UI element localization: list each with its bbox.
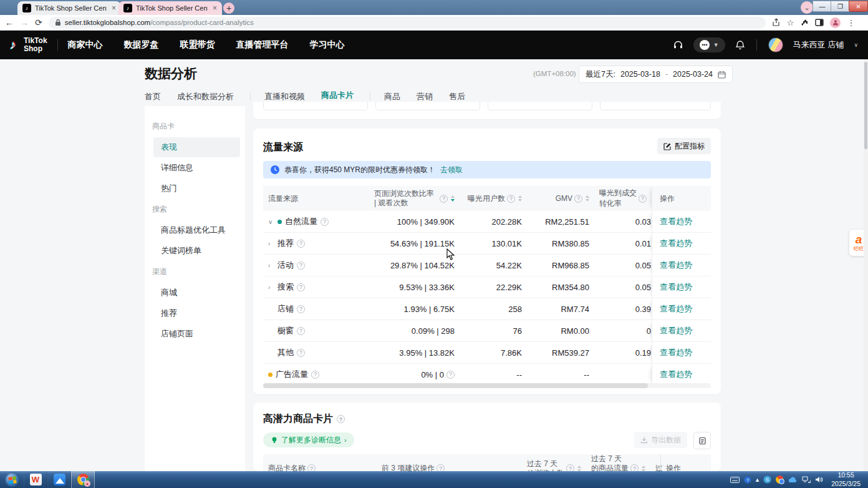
horizontal-scrollbar[interactable] — [263, 383, 711, 388]
column-header-商品卡名称[interactable]: 商品卡名称? — [263, 454, 377, 471]
column-header-GMV[interactable]: GMV? — [527, 186, 594, 211]
help-tray-icon[interactable]: ? — [744, 476, 751, 484]
help-icon[interactable]: ? — [297, 240, 305, 248]
help-icon[interactable]: ? — [297, 305, 305, 313]
column-header-曝光到成交转化率[interactable]: 曝光到成交转化率? — [594, 186, 652, 211]
store-name[interactable]: 马来西亚 店铺 — [793, 39, 844, 51]
sidebar-item-热门[interactable]: 热门 — [153, 178, 240, 198]
store-chevron-icon[interactable]: ∨ — [854, 42, 858, 48]
taskbar-clock[interactable]: 10:55 2025/3/25 — [827, 471, 864, 487]
sort-icon[interactable] — [451, 195, 455, 202]
view-trend-link[interactable]: 查看趋势 — [660, 260, 692, 271]
sort-icon[interactable] — [577, 466, 581, 472]
sidebar-item-详细信息[interactable]: 详细信息 — [153, 158, 240, 178]
forward-icon[interactable]: → — [20, 18, 29, 27]
help-icon[interactable]: ? — [639, 195, 647, 203]
collapse-icon[interactable]: ∨ — [268, 218, 274, 225]
sidebar-item-商城[interactable]: 商城 — [153, 283, 240, 303]
store-avatar[interactable] — [768, 37, 783, 52]
expand-icon[interactable]: › — [268, 240, 274, 247]
network-icon[interactable] — [802, 476, 811, 483]
browser-profile-avatar[interactable] — [830, 17, 841, 28]
sort-icon[interactable] — [642, 466, 645, 472]
help-icon[interactable]: ? — [297, 327, 305, 335]
side-panel-icon[interactable] — [815, 18, 824, 27]
column-header-过去 7 天的商品流量占比[interactable]: 过去 7 天的商品流量占比? — [586, 454, 650, 471]
claim-coupon-link[interactable]: 去领取 — [440, 165, 463, 175]
scrollbar-thumb[interactable] — [263, 383, 648, 388]
browser-tab[interactable]: ♪TikTok Shop Seller Center | Cr× — [17, 1, 121, 15]
scrollbar-thumb[interactable] — [864, 62, 867, 149]
sidebar-item-关键词榜单[interactable]: 关键词榜单 — [153, 241, 240, 261]
metric-box[interactable] — [263, 102, 368, 110]
window-minimize-button[interactable]: — — [813, 1, 832, 12]
metric-box[interactable] — [375, 102, 480, 110]
column-header-操作[interactable]: 操作 — [660, 454, 711, 471]
traffic-source-cell[interactable]: 店铺? — [263, 298, 366, 320]
chrome-tray-icon[interactable] — [776, 476, 784, 484]
site-nav-item[interactable]: 联盟带货 — [180, 39, 215, 51]
view-trend-link[interactable]: 查看趋势 — [660, 238, 692, 249]
cloud-icon[interactable] — [788, 477, 798, 483]
share-icon[interactable] — [772, 18, 781, 27]
metric-box[interactable] — [488, 102, 592, 110]
sidebar-item-表现[interactable]: 表现 — [153, 137, 240, 157]
sort-icon[interactable] — [586, 195, 589, 202]
tray-expand-icon[interactable]: ▴ — [756, 476, 760, 484]
analytics-tab-首页[interactable]: 首页 — [145, 91, 161, 107]
site-nav-item[interactable]: 学习中心 — [310, 39, 345, 51]
help-icon[interactable]: ? — [297, 283, 305, 291]
back-icon[interactable]: ← — [5, 18, 14, 27]
traffic-source-cell[interactable]: 橱窗? — [263, 320, 366, 341]
view-trend-link[interactable]: 查看趋势 — [660, 281, 692, 293]
help-icon[interactable]: ? — [440, 195, 448, 203]
traffic-source-cell[interactable]: ›推荐? — [263, 233, 366, 254]
help-icon[interactable]: ? — [321, 218, 329, 226]
column-header-操作[interactable]: 操作 — [652, 186, 711, 211]
export-data-button[interactable]: 导出数据 — [634, 432, 687, 448]
sort-icon[interactable] — [518, 195, 522, 202]
volume-icon[interactable] — [815, 476, 823, 483]
help-icon[interactable]: ? — [307, 464, 316, 471]
address-bar[interactable]: seller.tiktokglobalshop.com/compass/prod… — [49, 17, 766, 29]
traffic-source-cell[interactable]: 其他? — [263, 342, 366, 363]
column-header-曝光用户数[interactable]: 曝光用户数? — [460, 186, 527, 211]
help-icon[interactable]: ? — [630, 464, 639, 471]
expand-icon[interactable]: › — [268, 262, 274, 269]
tab-search-chevron-icon[interactable]: ⌄ — [801, 1, 813, 14]
traffic-source-cell[interactable]: ∨自然流量? — [263, 211, 366, 232]
browser-menu-icon[interactable]: ⋮ — [847, 18, 855, 27]
traffic-source-cell[interactable]: 广告流量? — [263, 364, 366, 385]
bookmark-star-icon[interactable]: ☆ — [787, 18, 794, 27]
column-header-过[interactable]: 过 — [650, 454, 660, 471]
help-icon[interactable]: ? — [297, 349, 305, 357]
view-trend-link[interactable]: 查看趋势 — [660, 347, 692, 358]
extensions-icon[interactable] — [800, 18, 809, 27]
metric-box[interactable] — [600, 102, 711, 110]
support-headset-icon[interactable] — [673, 40, 683, 51]
help-icon[interactable]: ? — [566, 464, 574, 471]
help-icon[interactable]: ? — [446, 371, 455, 379]
site-nav-item[interactable]: 数据罗盘 — [124, 39, 159, 51]
help-icon[interactable]: ? — [311, 371, 319, 379]
window-maximize-button[interactable]: ❐ — [831, 1, 850, 12]
site-nav-item[interactable]: 商家中心 — [68, 39, 103, 51]
site-nav-item[interactable]: 直播管理平台 — [236, 39, 289, 51]
configure-metrics-button[interactable]: 配置指标 — [657, 138, 711, 154]
taskbar-app-mountain[interactable] — [47, 471, 71, 488]
column-header-页面浏览次数比率 | 观看次数[interactable]: 页面浏览次数比率 | 观看次数? — [366, 186, 460, 211]
expand-icon[interactable]: › — [268, 284, 274, 291]
traffic-source-cell[interactable]: ›搜索? — [263, 276, 366, 298]
taskbar-app-wps[interactable]: W — [24, 471, 47, 488]
column-header-前 3 项建议操作[interactable]: 前 3 项建议操作? — [377, 454, 522, 471]
view-trend-link[interactable]: 查看趋势 — [660, 303, 692, 315]
sidebar-item-推荐[interactable]: 推荐 — [153, 303, 240, 323]
traffic-source-cell[interactable]: ›活动? — [263, 255, 366, 276]
touch-keyboard-icon[interactable] — [730, 477, 740, 483]
tab-close-icon[interactable]: × — [112, 4, 116, 12]
notification-bell-icon[interactable] — [735, 40, 745, 51]
view-trend-link[interactable]: 查看趋势 — [660, 325, 692, 336]
view-trend-link[interactable]: 查看趋势 — [660, 216, 692, 227]
view-trend-link[interactable]: 查看趋势 — [660, 369, 692, 380]
help-icon[interactable]: ? — [337, 415, 345, 423]
